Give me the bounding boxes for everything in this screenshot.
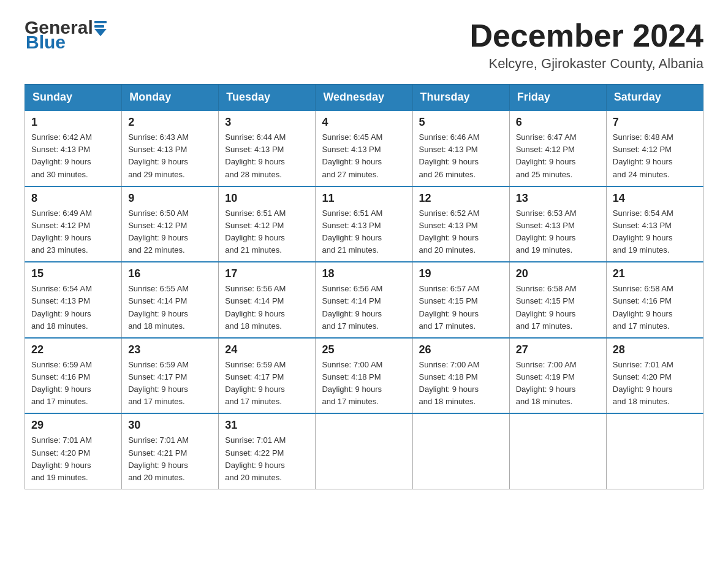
day-info: Sunrise: 6:59 AM Sunset: 4:17 PM Dayligh… xyxy=(225,359,309,408)
day-info: Sunrise: 6:56 AM Sunset: 4:14 PM Dayligh… xyxy=(322,283,406,332)
calendar-cell: 13 Sunrise: 6:53 AM Sunset: 4:13 PM Dayl… xyxy=(509,186,606,262)
calendar-cell: 28 Sunrise: 7:01 AM Sunset: 4:20 PM Dayl… xyxy=(606,338,703,414)
day-info: Sunrise: 6:48 AM Sunset: 4:12 PM Dayligh… xyxy=(613,131,697,181)
day-number: 25 xyxy=(322,343,406,356)
page-header: General Blue December 2024 Kelcyre, Gjir… xyxy=(25,18,703,72)
day-number: 28 xyxy=(613,343,697,356)
day-info: Sunrise: 6:55 AM Sunset: 4:14 PM Dayligh… xyxy=(128,283,212,332)
day-number: 7 xyxy=(613,116,697,129)
day-info: Sunrise: 6:51 AM Sunset: 4:12 PM Dayligh… xyxy=(225,207,309,257)
calendar-week-4: 22 Sunrise: 6:59 AM Sunset: 4:16 PM Dayl… xyxy=(25,338,703,414)
title-area: December 2024 Kelcyre, Gjirokaster Count… xyxy=(469,18,703,72)
calendar-week-2: 8 Sunrise: 6:49 AM Sunset: 4:12 PM Dayli… xyxy=(25,186,703,262)
day-number: 17 xyxy=(225,267,309,280)
day-info: Sunrise: 6:59 AM Sunset: 4:16 PM Dayligh… xyxy=(31,359,115,408)
day-info: Sunrise: 7:00 AM Sunset: 4:18 PM Dayligh… xyxy=(322,359,406,408)
calendar-cell: 1 Sunrise: 6:42 AM Sunset: 4:13 PM Dayli… xyxy=(25,110,122,186)
day-number: 30 xyxy=(128,419,212,432)
day-info: Sunrise: 7:01 AM Sunset: 4:22 PM Dayligh… xyxy=(225,434,309,484)
calendar-cell: 14 Sunrise: 6:54 AM Sunset: 4:13 PM Dayl… xyxy=(606,186,703,262)
day-number: 3 xyxy=(225,116,309,129)
day-number: 14 xyxy=(613,192,697,205)
logo-bar2 xyxy=(94,25,104,28)
day-info: Sunrise: 6:42 AM Sunset: 4:13 PM Dayligh… xyxy=(31,131,115,181)
calendar-cell xyxy=(509,413,606,489)
calendar-cell xyxy=(412,413,509,489)
calendar-cell: 7 Sunrise: 6:48 AM Sunset: 4:12 PM Dayli… xyxy=(606,110,703,186)
calendar-table: Sunday Monday Tuesday Wednesday Thursday… xyxy=(25,84,703,489)
calendar-cell: 21 Sunrise: 6:58 AM Sunset: 4:16 PM Dayl… xyxy=(606,262,703,338)
day-number: 15 xyxy=(31,267,115,280)
day-info: Sunrise: 7:00 AM Sunset: 4:19 PM Dayligh… xyxy=(516,359,600,408)
calendar-cell xyxy=(316,413,412,489)
day-number: 11 xyxy=(322,192,406,205)
day-number: 26 xyxy=(419,343,503,356)
day-info: Sunrise: 7:01 AM Sunset: 4:21 PM Dayligh… xyxy=(128,434,212,484)
location-text: Kelcyre, Gjirokaster County, Albania xyxy=(469,56,703,72)
day-info: Sunrise: 6:53 AM Sunset: 4:13 PM Dayligh… xyxy=(516,207,600,257)
calendar-cell: 19 Sunrise: 6:57 AM Sunset: 4:15 PM Dayl… xyxy=(412,262,509,338)
calendar-cell: 26 Sunrise: 7:00 AM Sunset: 4:18 PM Dayl… xyxy=(412,338,509,414)
day-number: 5 xyxy=(419,116,503,129)
calendar-cell: 20 Sunrise: 6:58 AM Sunset: 4:15 PM Dayl… xyxy=(509,262,606,338)
calendar-cell: 15 Sunrise: 6:54 AM Sunset: 4:13 PM Dayl… xyxy=(25,262,122,338)
logo-triangle xyxy=(94,29,107,36)
day-info: Sunrise: 6:44 AM Sunset: 4:13 PM Dayligh… xyxy=(225,131,309,181)
calendar-cell: 16 Sunrise: 6:55 AM Sunset: 4:14 PM Dayl… xyxy=(122,262,219,338)
calendar-cell: 3 Sunrise: 6:44 AM Sunset: 4:13 PM Dayli… xyxy=(219,110,316,186)
calendar-cell: 30 Sunrise: 7:01 AM Sunset: 4:21 PM Dayl… xyxy=(122,413,219,489)
col-saturday: Saturday xyxy=(606,85,703,111)
day-info: Sunrise: 7:01 AM Sunset: 4:20 PM Dayligh… xyxy=(31,434,115,484)
calendar-cell: 18 Sunrise: 6:56 AM Sunset: 4:14 PM Dayl… xyxy=(316,262,412,338)
day-info: Sunrise: 6:49 AM Sunset: 4:12 PM Dayligh… xyxy=(31,207,115,257)
day-number: 22 xyxy=(31,343,115,356)
col-sunday: Sunday xyxy=(25,85,122,111)
day-info: Sunrise: 6:47 AM Sunset: 4:12 PM Dayligh… xyxy=(516,131,600,181)
calendar-cell: 25 Sunrise: 7:00 AM Sunset: 4:18 PM Dayl… xyxy=(316,338,412,414)
day-info: Sunrise: 6:58 AM Sunset: 4:16 PM Dayligh… xyxy=(613,283,697,332)
calendar-cell: 23 Sunrise: 6:59 AM Sunset: 4:17 PM Dayl… xyxy=(122,338,219,414)
calendar-week-3: 15 Sunrise: 6:54 AM Sunset: 4:13 PM Dayl… xyxy=(25,262,703,338)
day-number: 1 xyxy=(31,116,115,129)
day-info: Sunrise: 7:01 AM Sunset: 4:20 PM Dayligh… xyxy=(613,359,697,408)
day-number: 23 xyxy=(128,343,212,356)
header-row: Sunday Monday Tuesday Wednesday Thursday… xyxy=(25,85,703,111)
day-number: 12 xyxy=(419,192,503,205)
calendar-cell: 2 Sunrise: 6:43 AM Sunset: 4:13 PM Dayli… xyxy=(122,110,219,186)
col-monday: Monday xyxy=(122,85,219,111)
calendar-cell: 5 Sunrise: 6:46 AM Sunset: 4:13 PM Dayli… xyxy=(412,110,509,186)
day-info: Sunrise: 7:00 AM Sunset: 4:18 PM Dayligh… xyxy=(419,359,503,408)
calendar-cell: 11 Sunrise: 6:51 AM Sunset: 4:13 PM Dayl… xyxy=(316,186,412,262)
calendar-cell: 27 Sunrise: 7:00 AM Sunset: 4:19 PM Dayl… xyxy=(509,338,606,414)
day-number: 6 xyxy=(516,116,600,129)
calendar-cell: 24 Sunrise: 6:59 AM Sunset: 4:17 PM Dayl… xyxy=(219,338,316,414)
day-info: Sunrise: 6:45 AM Sunset: 4:13 PM Dayligh… xyxy=(322,131,406,181)
calendar-cell: 10 Sunrise: 6:51 AM Sunset: 4:12 PM Dayl… xyxy=(219,186,316,262)
day-info: Sunrise: 6:59 AM Sunset: 4:17 PM Dayligh… xyxy=(128,359,212,408)
calendar-cell: 17 Sunrise: 6:56 AM Sunset: 4:14 PM Dayl… xyxy=(219,262,316,338)
day-number: 9 xyxy=(128,192,212,205)
day-info: Sunrise: 6:50 AM Sunset: 4:12 PM Dayligh… xyxy=(128,207,212,257)
calendar-cell: 22 Sunrise: 6:59 AM Sunset: 4:16 PM Dayl… xyxy=(25,338,122,414)
day-info: Sunrise: 6:54 AM Sunset: 4:13 PM Dayligh… xyxy=(613,207,697,257)
month-title: December 2024 xyxy=(469,18,703,53)
day-number: 16 xyxy=(128,267,212,280)
day-number: 31 xyxy=(225,419,309,432)
day-info: Sunrise: 6:54 AM Sunset: 4:13 PM Dayligh… xyxy=(31,283,115,332)
day-info: Sunrise: 6:57 AM Sunset: 4:15 PM Dayligh… xyxy=(419,283,503,332)
day-number: 8 xyxy=(31,192,115,205)
day-number: 18 xyxy=(322,267,406,280)
calendar-cell: 31 Sunrise: 7:01 AM Sunset: 4:22 PM Dayl… xyxy=(219,413,316,489)
day-number: 27 xyxy=(516,343,600,356)
day-info: Sunrise: 6:51 AM Sunset: 4:13 PM Dayligh… xyxy=(322,207,406,257)
day-number: 29 xyxy=(31,419,115,432)
logo: General Blue xyxy=(25,18,107,52)
calendar-cell: 12 Sunrise: 6:52 AM Sunset: 4:13 PM Dayl… xyxy=(412,186,509,262)
calendar-week-5: 29 Sunrise: 7:01 AM Sunset: 4:20 PM Dayl… xyxy=(25,413,703,489)
logo-bar1 xyxy=(94,21,107,23)
day-info: Sunrise: 6:58 AM Sunset: 4:15 PM Dayligh… xyxy=(516,283,600,332)
calendar-cell: 29 Sunrise: 7:01 AM Sunset: 4:20 PM Dayl… xyxy=(25,413,122,489)
day-info: Sunrise: 6:56 AM Sunset: 4:14 PM Dayligh… xyxy=(225,283,309,332)
col-friday: Friday xyxy=(509,85,606,111)
day-number: 24 xyxy=(225,343,309,356)
